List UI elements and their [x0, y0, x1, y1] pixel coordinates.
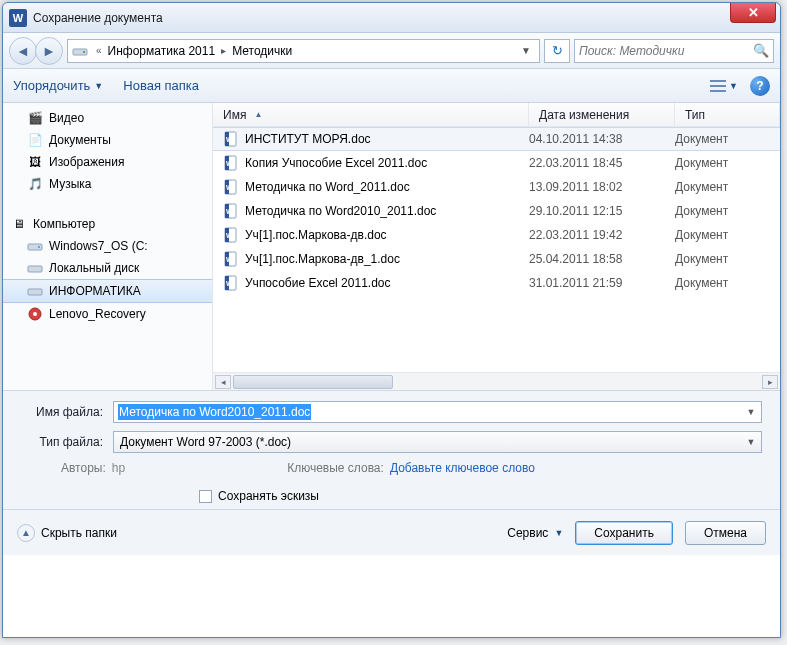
dialog-body: 🎬Видео📄Документы🖼Изображения🎵Музыка🖥Комп… [3, 103, 780, 391]
drive-icon [72, 43, 88, 59]
hide-folders-toggle[interactable]: ▲ Скрыть папки [17, 524, 117, 542]
help-button[interactable]: ? [750, 76, 770, 96]
refresh-button[interactable]: ↻ [544, 39, 570, 63]
breadcrumb-segment[interactable]: Информатика 2011 [106, 42, 218, 60]
search-input[interactable] [579, 44, 749, 58]
file-date: 22.03.2011 18:45 [529, 156, 675, 170]
arrow-left-icon: ◄ [16, 43, 30, 59]
file-row[interactable]: WИНСТИТУТ МОРЯ.doc04.10.2011 14:38Докуме… [213, 127, 780, 151]
horizontal-scrollbar[interactable]: ◂ ▸ [213, 372, 780, 390]
file-name: Копия Учпособие Excel 2011.doc [245, 156, 427, 170]
titlebar: W Сохранение документа ✕ [3, 3, 780, 33]
keywords-add-link[interactable]: Добавьте ключевое слово [390, 461, 535, 475]
sidebar-item-label: Lenovo_Recovery [49, 307, 146, 321]
svg-rect-6 [38, 246, 40, 248]
file-row[interactable]: WМетодичка по Word_2011.doc13.09.2011 18… [213, 175, 780, 199]
sidebar: 🎬Видео📄Документы🖼Изображения🎵Музыка🖥Комп… [3, 103, 213, 390]
sidebar-computer[interactable]: 🖥Компьютер [3, 213, 212, 235]
file-type: Документ [675, 132, 780, 146]
filetype-dropdown[interactable]: ▼ [743, 437, 759, 447]
sidebar-drive-item[interactable]: Lenovo_Recovery [3, 303, 212, 325]
drive-icon [27, 260, 43, 276]
save-thumbnails-label: Сохранять эскизы [218, 489, 319, 503]
file-name: ИНСТИТУТ МОРЯ.doc [245, 132, 371, 146]
scroll-thumb[interactable] [233, 375, 393, 389]
filetype-label: Тип файла: [21, 435, 113, 449]
file-date: 29.10.2011 12:15 [529, 204, 675, 218]
svg-rect-7 [28, 266, 42, 272]
file-date: 31.01.2011 21:59 [529, 276, 675, 290]
library-icon: 🎬 [27, 110, 43, 126]
sidebar-drive-item[interactable]: Windows7_OS (C: [3, 235, 212, 257]
form-area: Имя файла: Методичка по Word2010_2011.do… [3, 391, 780, 509]
file-row[interactable]: WКопия Учпособие Excel 2011.doc22.03.201… [213, 151, 780, 175]
sidebar-library-item[interactable]: 🎵Музыка [3, 173, 212, 195]
file-row[interactable]: WУч[1].пос.Маркова-дв_1.doc25.04.2011 18… [213, 247, 780, 271]
tools-menu[interactable]: Сервис ▼ [507, 526, 563, 540]
cancel-button[interactable]: Отмена [685, 521, 766, 545]
scroll-right-arrow[interactable]: ▸ [762, 375, 778, 389]
svg-rect-3 [710, 85, 726, 87]
file-date: 25.04.2011 18:58 [529, 252, 675, 266]
close-button[interactable]: ✕ [730, 3, 776, 23]
breadcrumb-segment[interactable]: Методички [230, 42, 294, 60]
library-icon: 🖼 [27, 154, 43, 170]
svg-rect-4 [710, 90, 726, 92]
sidebar-drive-item[interactable]: Локальный диск [3, 257, 212, 279]
sidebar-library-item[interactable]: 🖼Изображения [3, 151, 212, 173]
chevron-right-icon: ▸ [221, 45, 226, 56]
svg-text:W: W [226, 208, 233, 215]
column-name[interactable]: Имя ▲ [213, 103, 529, 126]
sidebar-item-label: Изображения [49, 155, 124, 169]
organize-button[interactable]: Упорядочить ▼ [13, 78, 103, 93]
file-name: Учпособие Excel 2011.doc [245, 276, 391, 290]
address-bar[interactable]: « Информатика 2011 ▸ Методички ▼ [67, 39, 540, 63]
sort-asc-icon: ▲ [254, 110, 262, 119]
sidebar-drive-item[interactable]: ИНФОРМАТИКА [3, 279, 212, 303]
forward-button[interactable]: ► [35, 37, 63, 65]
filename-dropdown[interactable]: ▼ [743, 407, 759, 417]
svg-rect-1 [83, 51, 85, 53]
sidebar-library-item[interactable]: 📄Документы [3, 129, 212, 151]
save-button[interactable]: Сохранить [575, 521, 673, 545]
filename-input[interactable]: Методичка по Word2010_2011.doc ▼ [113, 401, 762, 423]
file-name: Уч[1].пос.Маркова-дв_1.doc [245, 252, 400, 266]
search-box[interactable]: 🔍 [574, 39, 774, 63]
sidebar-library-item[interactable]: 🎬Видео [3, 107, 212, 129]
file-type: Документ [675, 228, 780, 242]
authors-label: Авторы: [61, 461, 106, 475]
save-thumbnails-checkbox[interactable] [199, 490, 212, 503]
drive-icon [27, 283, 43, 299]
nav-bar: ◄ ► « Информатика 2011 ▸ Методички ▼ ↻ 🔍 [3, 33, 780, 69]
library-icon: 📄 [27, 132, 43, 148]
back-button[interactable]: ◄ [9, 37, 37, 65]
authors-value[interactable]: hp [112, 461, 125, 475]
sidebar-item-label: Компьютер [33, 217, 95, 231]
word-app-icon: W [9, 9, 27, 27]
file-name: Методичка по Word_2011.doc [245, 180, 410, 194]
file-pane: Имя ▲ Дата изменения Тип WИНСТИТУТ МОРЯ.… [213, 103, 780, 390]
svg-text:W: W [226, 232, 233, 239]
file-date: 22.03.2011 19:42 [529, 228, 675, 242]
file-row[interactable]: WМетодичка по Word2010_2011.doc29.10.201… [213, 199, 780, 223]
drive-icon [27, 238, 43, 254]
file-name: Методичка по Word2010_2011.doc [245, 204, 436, 218]
file-row[interactable]: WУчпособие Excel 2011.doc31.01.2011 21:5… [213, 271, 780, 295]
svg-text:W: W [226, 256, 233, 263]
file-type: Документ [675, 180, 780, 194]
address-dropdown[interactable]: ▼ [517, 45, 535, 56]
column-type[interactable]: Тип [675, 103, 780, 126]
column-date[interactable]: Дата изменения [529, 103, 675, 126]
arrow-right-icon: ► [42, 43, 56, 59]
sidebar-item-label: Windows7_OS (C: [49, 239, 148, 253]
scroll-left-arrow[interactable]: ◂ [215, 375, 231, 389]
svg-text:W: W [226, 160, 233, 167]
keywords-label: Ключевые слова: [287, 461, 384, 475]
view-mode-button[interactable]: ▼ [710, 79, 738, 93]
new-folder-button[interactable]: Новая папка [123, 78, 199, 93]
filetype-select[interactable]: Документ Word 97-2003 (*.doc) ▼ [113, 431, 762, 453]
sidebar-item-label: Документы [49, 133, 111, 147]
file-row[interactable]: WУч[1].пос.Маркова-дв.doc22.03.2011 19:4… [213, 223, 780, 247]
word-doc-icon: W [223, 275, 239, 291]
svg-text:W: W [226, 280, 233, 287]
